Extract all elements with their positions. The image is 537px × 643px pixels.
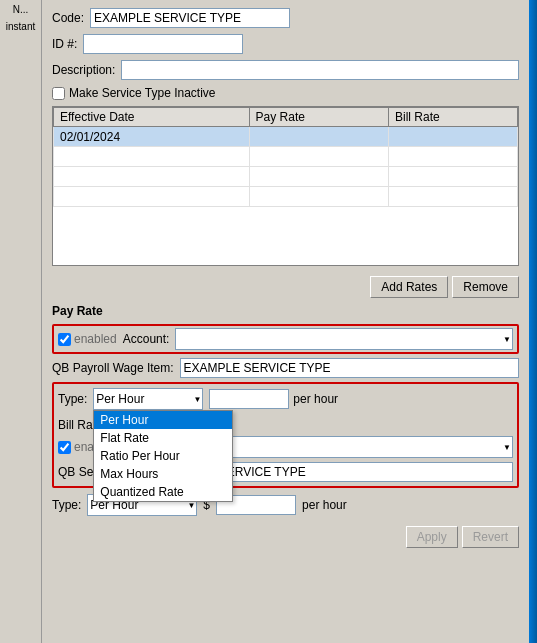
qb-wage-label: QB Payroll Wage Item: [52,361,174,375]
account-row-wrapper: enabled Account: ▼ [52,324,519,354]
per-hour-row: per hour [209,389,338,409]
left-panel: N... instant [0,0,42,643]
id-label: ID #: [52,37,77,51]
description-label: Description: [52,63,115,77]
per-hour-input[interactable] [209,389,289,409]
pay-rate-enabled-checkbox[interactable] [58,333,71,346]
table-row[interactable]: 02/01/2024 [54,127,518,147]
enabled-label: enabled [74,332,117,346]
description-row: Description: [52,60,519,80]
apply-button[interactable]: Apply [406,526,458,548]
table-row[interactable] [54,147,518,167]
rates-table-body: 02/01/2024 [54,127,518,207]
code-input[interactable] [90,8,290,28]
rates-table: Effective Date Pay Rate Bill Rate 02/01/… [53,107,518,207]
rates-table-header: Effective Date Pay Rate Bill Rate [54,108,518,127]
description-input[interactable] [121,60,519,80]
table-row[interactable] [54,187,518,207]
bottom-per-hour-label: per hour [302,498,347,512]
qb-wage-input[interactable] [180,358,519,378]
left-panel-item-instant[interactable]: instant [2,19,39,34]
bill-rate-enabled-checkbox[interactable] [58,441,71,454]
rates-table-header-row: Effective Date Pay Rate Bill Rate [54,108,518,127]
table-buttons: Add Rates Remove [52,276,519,298]
bill-rate-enabled: ena [58,440,94,454]
type-select-wrapper: Per Hour Flat Rate Ratio Per Hour Max Ho… [93,388,203,410]
pay-rate-enabled: enabled [58,332,117,346]
dropdown-item-per-hour[interactable]: Per Hour [94,411,232,429]
dropdown-item-quantized-rate[interactable]: Quantized Rate [94,483,232,501]
code-row: Code: [52,8,519,28]
cell-pay-rate [249,127,388,147]
per-hour-label: per hour [293,392,338,406]
table-row[interactable] [54,167,518,187]
dropdown-item-ratio-per-hour[interactable]: Ratio Per Hour [94,447,232,465]
left-panel-item-n[interactable]: N... [2,2,39,17]
col-pay-rate: Pay Rate [249,108,388,127]
type-dropdown-menu[interactable]: Per Hour Flat Rate Ratio Per Hour Max Ho… [93,410,233,502]
type-select[interactable]: Per Hour Flat Rate Ratio Per Hour Max Ho… [93,388,203,410]
account-label: Account: [123,332,170,346]
col-effective-date: Effective Date [54,108,250,127]
bill-rate-enabled-label: ena [74,440,94,454]
qb-wage-row: QB Payroll Wage Item: [52,358,519,378]
id-row: ID #: [52,34,519,54]
account-select[interactable] [175,328,513,350]
col-bill-rate: Bill Rate [389,108,518,127]
pay-rate-label: Pay Rate [52,304,519,318]
pay-rate-section: Pay Rate enabled Account: ▼ QB Payroll W… [52,304,519,488]
account-select-wrapper: ▼ [175,328,513,350]
content-area: Code: ID #: Description: Make Service Ty… [42,0,529,643]
type-row-wrapper: Type: Per Hour Flat Rate Ratio Per Hour … [52,382,519,488]
right-border [529,0,537,643]
type-row: Type: Per Hour Flat Rate Ratio Per Hour … [58,388,513,410]
cell-effective-date: 02/01/2024 [54,127,250,147]
revert-button[interactable]: Revert [462,526,519,548]
code-label: Code: [52,11,84,25]
inactive-label: Make Service Type Inactive [69,86,216,100]
dropdown-item-max-hours[interactable]: Max Hours [94,465,232,483]
bottom-type-label: Type: [52,498,81,512]
add-rates-button[interactable]: Add Rates [370,276,448,298]
inactive-checkbox-row: Make Service Type Inactive [52,86,519,100]
bottom-buttons: Apply Revert [52,526,519,548]
dropdown-item-flat-rate[interactable]: Flat Rate [94,429,232,447]
cell-bill-rate [389,127,518,147]
main-container: N... instant Code: ID #: Description: Ma… [0,0,537,643]
rates-table-container: Effective Date Pay Rate Bill Rate 02/01/… [52,106,519,266]
id-input[interactable] [83,34,243,54]
inactive-checkbox[interactable] [52,87,65,100]
type-label: Type: [58,392,87,406]
remove-button[interactable]: Remove [452,276,519,298]
